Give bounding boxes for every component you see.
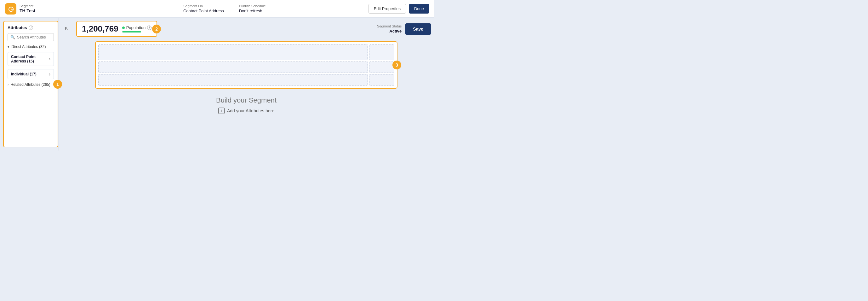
population-info-icon[interactable]: i	[147, 26, 152, 30]
badge-2: 2	[152, 25, 161, 33]
edit-properties-button[interactable]: Edit Properties	[369, 4, 406, 13]
search-icon: 🔍	[10, 35, 15, 39]
segment-status-label: Segment Status	[377, 24, 402, 28]
attributes-label: Attributes	[7, 25, 27, 30]
logo-icon: ◷	[5, 3, 17, 15]
add-attributes-row: + Add your Attributes here	[218, 108, 274, 114]
segment-on-group: Segment On Contact Point Address	[183, 4, 224, 13]
population-box: 1,200,769 Population i 2	[76, 21, 157, 37]
attributes-sidebar: Attributes i 🔍 ▾ Direct Attributes (32) …	[3, 21, 58, 147]
dashed-cell-r2c1	[98, 61, 368, 73]
segment-on-value: Contact Point Address	[183, 8, 224, 13]
top-bar-meta: Segment On Contact Point Address Publish…	[81, 4, 369, 13]
dashed-cell-r2c2	[369, 61, 394, 73]
sidebar-title: Attributes i	[7, 25, 54, 30]
logo-text: Segment TH Test	[20, 4, 35, 13]
top-bar-actions: Edit Properties Done	[369, 4, 429, 13]
contact-point-label: Contact Point Address (15)	[11, 55, 49, 63]
stats-bar: ↻ 1,200,769 Population i 2 Segment Statu…	[62, 21, 431, 37]
segment-name: TH Test	[20, 8, 35, 13]
build-segment-area: Build your Segment + Add your Attributes…	[216, 96, 277, 114]
logo-area: ◷ Segment TH Test	[5, 3, 62, 15]
green-dot-icon	[122, 27, 125, 29]
search-input[interactable]	[17, 35, 51, 39]
segment-on-label: Segment On	[183, 4, 224, 8]
chevron-right-related-icon: ›	[7, 83, 9, 86]
main-layout: Attributes i 🔍 ▾ Direct Attributes (32) …	[0, 18, 434, 150]
save-button[interactable]: Save	[405, 23, 431, 35]
add-attributes-label: Add your Attributes here	[227, 108, 274, 113]
done-button[interactable]: Done	[409, 4, 429, 13]
publish-schedule-label: Publish Schedule	[239, 4, 266, 8]
pop-label-row: Population i	[122, 25, 152, 30]
direct-attributes-label: Direct Attributes (32)	[11, 45, 46, 49]
top-bar: ◷ Segment TH Test Segment On Contact Poi…	[0, 0, 434, 18]
badge-1: 1	[53, 80, 62, 89]
dashed-grid	[98, 45, 394, 85]
build-title: Build your Segment	[216, 96, 277, 104]
segment-label: Segment	[20, 4, 35, 8]
population-bar	[122, 31, 141, 32]
attributes-info-icon[interactable]: i	[29, 26, 33, 30]
dashed-cell-r1c1	[98, 45, 368, 60]
population-count: 1,200,769	[82, 24, 118, 34]
individual-item[interactable]: Individual (17) ›	[7, 69, 54, 79]
related-attributes-section[interactable]: › Related Attributes (265)	[7, 82, 54, 87]
publish-schedule-group: Publish Schedule Don't refresh	[239, 4, 266, 13]
individual-label: Individual (17)	[11, 72, 36, 76]
chevron-right-icon-2: ›	[49, 72, 51, 77]
status-group: Segment Status Active	[377, 24, 402, 33]
chevron-down-icon: ▾	[7, 45, 9, 49]
dashed-cell-r3c2	[369, 74, 394, 85]
publish-schedule-value: Don't refresh	[239, 8, 266, 13]
segment-status-group: Segment Status Active Save	[377, 23, 431, 35]
dashed-cell-r3c1	[98, 74, 368, 85]
badge-3: 3	[393, 61, 401, 70]
related-attributes-label: Related Attributes (265)	[11, 82, 51, 87]
segment-builder-box: 3	[95, 41, 398, 89]
add-attributes-button[interactable]: +	[218, 108, 224, 114]
refresh-button[interactable]: ↻	[62, 24, 71, 34]
search-box[interactable]: 🔍	[7, 33, 54, 41]
direct-attributes-section[interactable]: ▾ Direct Attributes (32)	[7, 45, 54, 49]
content-area: ↻ 1,200,769 Population i 2 Segment Statu…	[58, 18, 434, 150]
segment-status-value: Active	[389, 29, 402, 33]
population-label: Population	[126, 25, 146, 30]
population-label-group: Population i	[122, 25, 152, 32]
canvas-area: 3 Build your Segment + Add your Attribut…	[62, 40, 431, 147]
contact-point-item[interactable]: Contact Point Address (15) ›	[7, 52, 54, 66]
chevron-right-icon: ›	[49, 56, 51, 61]
dashed-cell-r1c2	[369, 45, 394, 60]
